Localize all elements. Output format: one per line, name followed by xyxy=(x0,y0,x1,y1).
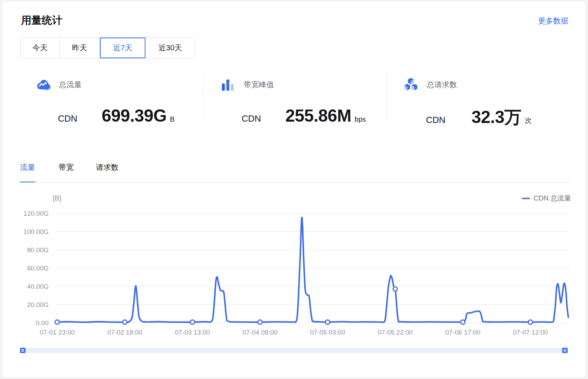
stat-value: 32.3万 xyxy=(472,106,521,129)
stat-label: 带宽峰值 xyxy=(244,80,274,90)
stat-card-peak-bandwidth: 带宽峰值 CDN 255.86M bps xyxy=(220,69,378,125)
data-point-marker xyxy=(55,320,59,324)
more-data-link[interactable]: 更多数据 xyxy=(538,17,568,25)
x-axis-tick-label: 07-07 12:00 xyxy=(513,329,548,336)
stat-label: 总请求数 xyxy=(427,80,457,90)
usage-stats-card: 用量统计 更多数据 今天 昨天 近7天 近30天 总流量 xyxy=(2,1,586,377)
tab-requests[interactable]: 请求数 xyxy=(96,163,119,172)
y-axis-tick-label: 0.00 xyxy=(36,319,49,327)
traffic-series-line xyxy=(57,217,568,322)
stat-product: CDN xyxy=(242,113,285,124)
range-tab-last-7-days[interactable]: 近7天 xyxy=(100,38,146,58)
x-axis-tick-label: 07-05 03:00 xyxy=(310,329,345,336)
data-point-marker xyxy=(461,320,465,324)
tab-traffic[interactable]: 流量 xyxy=(20,163,35,172)
data-point-marker xyxy=(190,320,194,324)
y-axis-tick-label: 60.00G xyxy=(27,265,49,272)
stat-value: 699.39G xyxy=(102,106,166,126)
page-title: 用量统计 xyxy=(21,14,62,26)
range-slider-left-handle[interactable] xyxy=(20,348,26,353)
stat-card-total-requests: 总请求数 CDN 32.3万 次 xyxy=(403,69,575,125)
stat-unit: B xyxy=(170,115,174,123)
data-point-marker xyxy=(393,287,397,291)
stat-value: 255.86M xyxy=(285,106,351,126)
x-axis-tick-label: 07-01 23:00 xyxy=(40,329,74,336)
y-axis-tick-label: 120.00G xyxy=(23,210,49,217)
y-axis-tick-label: 20.00G xyxy=(27,301,49,308)
range-tab-last-30-days[interactable]: 近30天 xyxy=(146,38,195,58)
stat-card-total-traffic: 总流量 CDN 699.39G B xyxy=(35,69,197,125)
stat-unit: bps xyxy=(355,115,366,123)
chart-range-slider xyxy=(20,348,568,353)
bandwidth-bars-icon xyxy=(220,77,236,93)
data-point-marker xyxy=(258,320,262,324)
x-axis-tick-label: 07-03 13:00 xyxy=(175,329,210,336)
data-point-marker xyxy=(123,320,127,324)
metric-tabs: 流量 带宽 请求数 xyxy=(2,163,586,184)
stat-product: CDN xyxy=(426,115,472,125)
range-tab-today[interactable]: 今天 xyxy=(21,38,60,58)
y-axis-tick-label: 40.00G xyxy=(27,283,49,290)
stats-row: 总流量 CDN 699.39G B 带宽峰值 CDN xyxy=(2,69,586,125)
stats-divider xyxy=(203,71,203,121)
tabs-divider xyxy=(19,182,570,183)
data-point-marker xyxy=(528,320,533,324)
tab-bandwidth[interactable]: 带宽 xyxy=(59,163,74,172)
range-tab-yesterday[interactable]: 昨天 xyxy=(60,38,100,58)
x-axis-tick-label: 07-02 18:00 xyxy=(107,329,142,336)
range-slider-track[interactable] xyxy=(20,348,568,353)
y-axis-tick-label: 80.00G xyxy=(27,246,49,254)
x-axis-tick-label: 07-05 22:00 xyxy=(378,329,413,336)
line-chart-canvas: 0.0020.00G40.00G60.00G80.00G100.00G120.0… xyxy=(2,184,586,349)
traffic-chart: [B] CDN 总流量 0.0020.00G40.00G60.00G80.00G… xyxy=(2,184,586,377)
range-slider-right-handle[interactable] xyxy=(562,348,568,353)
data-point-marker xyxy=(325,320,330,324)
stat-product: CDN xyxy=(58,113,102,124)
stat-label: 总流量 xyxy=(59,80,82,90)
x-axis-tick-label: 07-04 08:00 xyxy=(243,329,277,336)
x-axis-tick-label: 07-06 17:00 xyxy=(445,329,480,336)
page-background: { "header": { "title": "用量统计", "more_lin… xyxy=(0,0,588,379)
stats-divider xyxy=(386,71,387,121)
requests-cubes-icon xyxy=(403,77,419,93)
y-axis-tick-label: 100.00G xyxy=(23,228,49,235)
stat-unit: 次 xyxy=(525,116,532,125)
cloud-traffic-icon xyxy=(35,77,51,93)
date-range-tabs: 今天 昨天 近7天 近30天 xyxy=(20,37,195,59)
